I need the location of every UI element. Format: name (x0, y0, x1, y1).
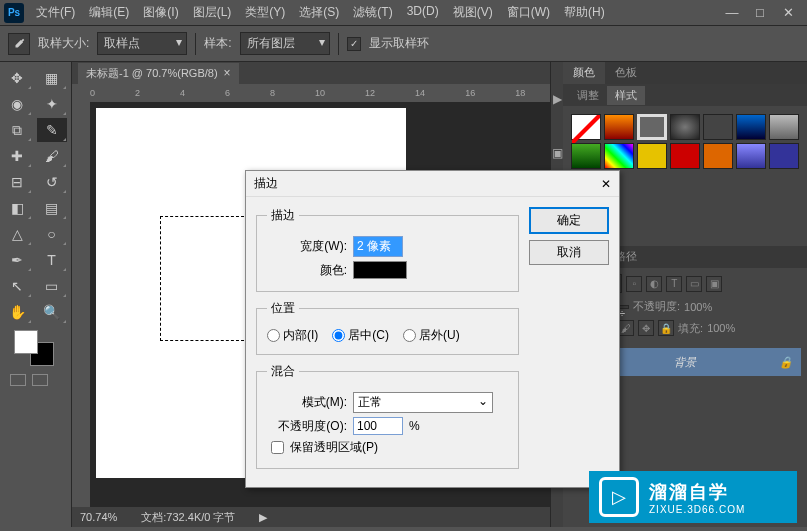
select-tool[interactable]: ▦ (37, 66, 67, 90)
filter-smart-icon[interactable]: ▣ (706, 276, 722, 292)
eyedropper-tool[interactable]: ✎ (37, 118, 67, 142)
show-ring-label: 显示取样环 (369, 35, 429, 52)
document-tab[interactable]: 未标题-1 @ 70.7%(RGB/8) × (78, 63, 239, 84)
menu-window[interactable]: 窗口(W) (501, 2, 556, 23)
lock-pixels-icon[interactable]: 🖌 (618, 320, 634, 336)
layer-name: 背景 (674, 355, 696, 370)
menu-select[interactable]: 选择(S) (293, 2, 345, 23)
zoom-tool[interactable]: 🔍 (37, 300, 67, 324)
style-swatch[interactable] (571, 114, 601, 140)
menu-file[interactable]: 文件(F) (30, 2, 81, 23)
sample-size-select[interactable]: 取样点 (97, 32, 187, 55)
opacity-label: 不透明度(O): (267, 418, 347, 435)
quickmask-icon[interactable] (10, 374, 26, 386)
opacity-value[interactable]: 100% (684, 301, 712, 313)
tab-close-icon[interactable]: × (224, 66, 231, 80)
style-swatch[interactable] (670, 143, 700, 169)
cancel-button[interactable]: 取消 (529, 240, 609, 265)
fg-color[interactable] (14, 330, 38, 354)
menu-filter[interactable]: 滤镜(T) (347, 2, 398, 23)
tab-swatches[interactable]: 色板 (605, 62, 647, 84)
style-swatch[interactable] (604, 143, 634, 169)
strip-icon[interactable]: ▣ (552, 146, 563, 160)
minimize-button[interactable]: — (723, 5, 741, 20)
menu-help[interactable]: 帮助(H) (558, 2, 611, 23)
menu-layer[interactable]: 图层(L) (187, 2, 238, 23)
shape-tool[interactable]: ▭ (37, 274, 67, 298)
fill-value[interactable]: 100% (707, 322, 735, 334)
tab-color[interactable]: 颜色 (563, 62, 605, 84)
heal-tool[interactable]: ✚ (2, 144, 32, 168)
wand-tool[interactable]: ✦ (37, 92, 67, 116)
lasso-tool[interactable]: ◉ (2, 92, 32, 116)
style-swatch[interactable] (769, 143, 799, 169)
tool-preset-icon[interactable] (8, 33, 30, 55)
screenmode-icon[interactable] (32, 374, 48, 386)
menu-type[interactable]: 类型(Y) (239, 2, 291, 23)
style-swatch[interactable] (571, 143, 601, 169)
menu-edit[interactable]: 编辑(E) (83, 2, 135, 23)
svg-line-0 (572, 115, 600, 143)
history-tool[interactable]: ↺ (37, 170, 67, 194)
maximize-button[interactable]: □ (751, 5, 769, 20)
width-input[interactable]: 2 像素 (353, 236, 403, 257)
type-tool[interactable]: T (37, 248, 67, 272)
brush-tool[interactable]: 🖌 (37, 144, 67, 168)
dodge-tool[interactable]: ○ (37, 222, 67, 246)
menu-view[interactable]: 视图(V) (447, 2, 499, 23)
style-swatch[interactable] (703, 114, 733, 140)
strip-icon[interactable]: ▶ (553, 92, 562, 106)
lock-all-icon[interactable]: 🔒 (658, 320, 674, 336)
style-swatch[interactable] (637, 114, 667, 140)
sample-select[interactable]: 所有图层 (240, 32, 330, 55)
pen-tool[interactable]: ✒ (2, 248, 32, 272)
filter-image-icon[interactable]: ▫ (626, 276, 642, 292)
style-swatch[interactable] (670, 114, 700, 140)
filter-shape-icon[interactable]: ▭ (686, 276, 702, 292)
filter-type-icon[interactable]: T (666, 276, 682, 292)
ok-button[interactable]: 确定 (529, 207, 609, 234)
close-button[interactable]: ✕ (779, 5, 797, 20)
hand-tool[interactable]: ✋ (2, 300, 32, 324)
style-swatch[interactable] (703, 143, 733, 169)
preserve-checkbox[interactable] (271, 441, 284, 454)
brand-logo-icon: ▷ (599, 477, 639, 517)
style-swatch[interactable] (736, 114, 766, 140)
style-swatch[interactable] (736, 143, 766, 169)
show-ring-checkbox[interactable]: ✓ (347, 37, 361, 51)
divider (195, 33, 196, 55)
pos-inside-radio[interactable]: 内部(I) (267, 327, 318, 344)
dialog-close-icon[interactable]: ✕ (601, 177, 611, 191)
crop-tool[interactable]: ⧉ (2, 118, 32, 142)
menu-3d[interactable]: 3D(D) (401, 2, 445, 23)
screen-mode-icons (10, 374, 69, 386)
preserve-label: 保留透明区域(P) (290, 439, 378, 456)
pos-outside-radio[interactable]: 居外(U) (403, 327, 460, 344)
menu-image[interactable]: 图像(I) (137, 2, 184, 23)
style-swatch[interactable] (604, 114, 634, 140)
pos-center-radio[interactable]: 居中(C) (332, 327, 389, 344)
eraser-tool[interactable]: ◧ (2, 196, 32, 220)
blur-tool[interactable]: △ (2, 222, 32, 246)
style-swatch[interactable] (769, 114, 799, 140)
color-picker[interactable] (353, 261, 407, 279)
tab-adjustments[interactable]: 调整 (569, 86, 607, 105)
path-tool[interactable]: ↖ (2, 274, 32, 298)
zoom-level[interactable]: 70.74% (80, 511, 117, 523)
status-arrow-icon[interactable]: ▶ (259, 511, 267, 524)
filter-adjust-icon[interactable]: ◐ (646, 276, 662, 292)
opacity-input[interactable] (353, 417, 403, 435)
lock-pos-icon[interactable]: ✥ (638, 320, 654, 336)
mode-select[interactable]: 正常 (353, 392, 493, 413)
ruler-left (72, 102, 90, 507)
sample-size-label: 取样大小: (38, 35, 89, 52)
width-label: 宽度(W): (267, 238, 347, 255)
style-swatch[interactable] (637, 143, 667, 169)
stamp-tool[interactable]: ⊟ (2, 170, 32, 194)
dialog-title: 描边 (254, 175, 278, 192)
ps-logo: Ps (4, 3, 24, 23)
dialog-titlebar[interactable]: 描边 ✕ (246, 171, 619, 197)
gradient-tool[interactable]: ▤ (37, 196, 67, 220)
move-tool[interactable]: ✥ (2, 66, 32, 90)
tab-styles[interactable]: 样式 (607, 86, 645, 105)
